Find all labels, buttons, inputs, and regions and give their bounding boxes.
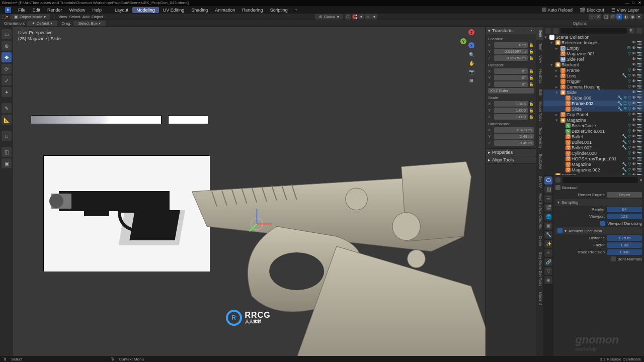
render-icon[interactable]: 📷 bbox=[637, 57, 642, 61]
eye-icon[interactable]: 👁 bbox=[632, 118, 636, 122]
render-icon[interactable]: 📷 bbox=[637, 51, 642, 56]
workspace-animation[interactable]: Animation bbox=[212, 7, 238, 13]
transform-orientation[interactable]: ⊕Global▾ bbox=[315, 14, 343, 20]
npanel-tab-create[interactable]: Create bbox=[536, 233, 543, 249]
render-icon[interactable]: 📷 bbox=[637, 162, 642, 166]
scene-selector[interactable]: 🎬Blockout bbox=[577, 7, 607, 13]
shading-rendered[interactable]: ◉ bbox=[629, 14, 635, 20]
dim-z[interactable]: 0.49 m bbox=[494, 140, 534, 146]
menu-select[interactable]: Select bbox=[69, 15, 80, 19]
lock-icon[interactable]: 🔒 bbox=[529, 82, 534, 86]
ao-factor[interactable]: 1.00 bbox=[607, 242, 642, 248]
ao-distance[interactable]: 1.75 m bbox=[607, 235, 642, 241]
viewport-samples[interactable]: 128 bbox=[607, 214, 642, 219]
lock-icon[interactable]: 🔒 bbox=[529, 56, 534, 60]
prop-tab-scene[interactable]: 🎬 bbox=[544, 204, 552, 212]
menu-window[interactable]: Window bbox=[66, 7, 89, 13]
npanel-tab-machin3[interactable]: Machin3 bbox=[536, 289, 543, 308]
eye-icon[interactable]: 👁 bbox=[632, 90, 636, 95]
prop-tab-render[interactable]: 🖵 bbox=[544, 176, 552, 185]
prop-tab-data[interactable]: ▽ bbox=[544, 267, 552, 275]
shading-matprev[interactable]: ◐ bbox=[623, 14, 629, 20]
menu-object[interactable]: Object bbox=[92, 15, 103, 19]
outliner-row[interactable]: ▽Bullet.002🔧 ▽👁📷 bbox=[543, 145, 644, 150]
viewport-denoising-check[interactable] bbox=[600, 221, 605, 226]
scale-z[interactable]: 1.000 bbox=[494, 114, 528, 120]
render-engine-dropdown[interactable]: Eevee bbox=[607, 192, 642, 198]
rotation-y[interactable]: 0° bbox=[494, 75, 528, 80]
ao-trace[interactable]: 1.000 bbox=[607, 249, 642, 255]
outliner-row[interactable]: ∿BezierCircle▽👁📷 bbox=[543, 123, 644, 128]
outliner-row[interactable]: ▽Cube.006🔧 ☰ ▽👁📷 bbox=[543, 95, 644, 101]
npanel-tab-hard-surface-checklist[interactable]: Hard Surface Checklist bbox=[536, 191, 543, 233]
outliner-row[interactable]: ▸▽Camera Housing▽👁📷 bbox=[543, 84, 644, 89]
render-icon[interactable]: 📷 bbox=[637, 140, 642, 144]
mode-dropdown[interactable]: ▣Object Mode▾ bbox=[10, 14, 50, 20]
eye-icon[interactable]: 👁 bbox=[632, 145, 636, 150]
rotation-z[interactable]: 0° bbox=[494, 81, 528, 87]
render-icon[interactable]: 📷 bbox=[637, 68, 642, 72]
render-icon[interactable]: 📷 bbox=[637, 40, 642, 45]
eye-icon[interactable]: 👁 bbox=[632, 151, 636, 155]
render-icon[interactable]: 📷 bbox=[637, 90, 642, 95]
outliner-row[interactable]: ▽Slide🔧 ☰ ▽👁📷 bbox=[543, 106, 644, 112]
menu-file[interactable]: File bbox=[15, 7, 29, 13]
outliner-row[interactable]: ▽Magazine.002🔧 ▽👁📷 bbox=[543, 167, 644, 172]
editor-type-outliner-icon[interactable] bbox=[545, 28, 551, 34]
prop-tab-particle[interactable]: ✨ bbox=[544, 240, 552, 248]
display-mode[interactable] bbox=[553, 28, 558, 34]
sampling-header[interactable]: ▾ Sampling bbox=[555, 199, 642, 206]
tool-extra1[interactable]: ◫ bbox=[2, 147, 12, 157]
npanel-tab-hardops[interactable]: HardOps bbox=[536, 66, 543, 86]
outliner-row[interactable]: ▽Frame.002🔧 ☰ ▽👁📷 bbox=[543, 101, 644, 106]
eye-icon[interactable]: 👁 bbox=[632, 167, 636, 172]
axis-x-icon[interactable]: X bbox=[468, 42, 474, 48]
app-menu[interactable]: b bbox=[2, 7, 14, 14]
tool-rotate[interactable]: ⟳ bbox=[2, 64, 12, 74]
dim-y[interactable]: 2.49 m bbox=[494, 134, 534, 139]
tool-scale[interactable]: ⤢ bbox=[2, 75, 12, 85]
dim-x[interactable]: 0.471 m bbox=[494, 127, 534, 133]
eye-icon[interactable]: 👁 bbox=[632, 96, 636, 100]
snap-type[interactable]: ▾ bbox=[358, 14, 364, 20]
outliner-scene-collection[interactable]: ▾☰ Scene Collection bbox=[543, 34, 644, 40]
tool-measure[interactable]: 📐 bbox=[2, 115, 12, 125]
outliner-row[interactable]: ▽Magazine🔧 ▽👁📷 bbox=[543, 161, 644, 167]
render-icon[interactable]: 📷 bbox=[637, 62, 642, 67]
drag-dropdown[interactable]: Select Box ▾ bbox=[73, 21, 106, 26]
render-icon[interactable]: 📷 bbox=[637, 118, 642, 122]
prop-tab-constraint[interactable]: 🔗 bbox=[544, 258, 552, 266]
outliner-row[interactable]: ▽HOPSArrayTarget.001▽👁📷 bbox=[543, 156, 644, 161]
prop-tab-material[interactable]: ◉ bbox=[544, 276, 552, 284]
options-icon[interactable]: ▾ bbox=[640, 178, 642, 183]
menu-edit[interactable]: Edit bbox=[30, 7, 44, 13]
outliner-row[interactable]: ▸▽Lens🔧 ▽👁📷 bbox=[543, 73, 644, 78]
outliner-row[interactable]: ▽Cylinder.028▽👁📷 bbox=[543, 150, 644, 156]
close-icon[interactable]: ✕ bbox=[637, 1, 642, 5]
outliner-row[interactable]: ▽Magazine.001▽👁📷 bbox=[543, 51, 644, 56]
outliner-row[interactable]: ▾▣Blockout👁📷 bbox=[543, 62, 644, 67]
properties-search[interactable] bbox=[562, 177, 638, 183]
ao-check[interactable] bbox=[557, 228, 562, 233]
panel-aligntools-header[interactable]: ▸ Align Tools bbox=[486, 156, 536, 163]
eye-icon[interactable]: 👁 bbox=[632, 107, 636, 111]
outliner-row[interactable]: ▾▣Magazine👁📷 bbox=[543, 117, 644, 123]
render-icon[interactable]: 📷 bbox=[637, 107, 642, 111]
auto-reload-toggle[interactable]: Auto Reload bbox=[539, 7, 576, 13]
tool-addcube[interactable]: □ bbox=[2, 131, 12, 141]
eye-icon[interactable]: 👁 bbox=[632, 79, 636, 83]
npanel-tab-tool[interactable]: Tool bbox=[536, 40, 543, 53]
eye-icon[interactable]: 👁 bbox=[632, 140, 636, 144]
render-icon[interactable]: 📷 bbox=[637, 46, 642, 50]
pivot-button[interactable]: ⊙ bbox=[345, 14, 351, 20]
render-icon[interactable]: 📷 bbox=[637, 129, 642, 133]
show-overlays[interactable]: ☉ bbox=[595, 14, 601, 20]
workspace-uvediting[interactable]: UV Editing bbox=[160, 7, 188, 13]
eye-icon[interactable]: 👁 bbox=[632, 134, 636, 139]
rotation-mode[interactable]: XYZ Euler bbox=[488, 88, 534, 94]
scale-x[interactable]: 1.105 bbox=[494, 101, 528, 107]
tool-select-box[interactable]: ▭ bbox=[2, 29, 12, 39]
navigation-gizmo[interactable]: Z Y X bbox=[461, 29, 481, 49]
window-controls[interactable]: — □ ✕ bbox=[625, 1, 642, 6]
eye-icon[interactable]: 👁 bbox=[632, 123, 636, 128]
